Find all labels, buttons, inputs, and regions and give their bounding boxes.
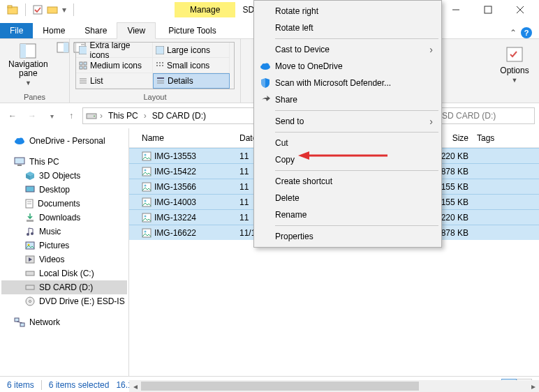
layout-gallery[interactable]: Extra large icons Large icons Medium ico…: [75, 42, 235, 89]
chevron-right-icon[interactable]: ›: [144, 111, 147, 121]
up-button[interactable]: ↑: [63, 107, 80, 124]
preview-pane-icon[interactable]: [57, 42, 69, 88]
tree-local-disk-c[interactable]: Local Disk (C:): [1, 266, 127, 280]
file-name: IMG-16622: [154, 228, 196, 238]
svg-rect-40: [15, 158, 24, 164]
tree-3d-objects[interactable]: 3D Objects: [1, 169, 127, 183]
svg-rect-18: [80, 62, 82, 65]
file-name: IMG-13553: [154, 151, 196, 161]
svg-rect-41: [17, 165, 22, 166]
tree-onedrive[interactable]: OneDrive - Personal: [1, 134, 127, 148]
folder-small-icon[interactable]: [47, 5, 58, 15]
chevron-right-icon: ›: [429, 116, 433, 127]
layout-list[interactable]: List: [76, 73, 153, 89]
chevron-right-icon[interactable]: ›: [100, 111, 103, 121]
ctx-move-to-onedrive[interactable]: Move to OneDrive: [256, 58, 440, 75]
layout-medium-icons[interactable]: Medium icons: [76, 58, 153, 73]
layout-small-icons[interactable]: Small icons: [153, 58, 230, 73]
ctx-delete[interactable]: Delete: [256, 190, 440, 206]
tab-view[interactable]: View: [117, 22, 156, 39]
svg-point-72: [145, 215, 147, 217]
tree-videos[interactable]: Videos: [1, 252, 127, 266]
tab-picture-tools[interactable]: Picture Tools: [158, 23, 226, 38]
ctx-copy[interactable]: Copy: [256, 151, 440, 168]
ctx-cut[interactable]: Cut: [256, 135, 440, 151]
svg-rect-27: [162, 65, 163, 66]
nav-tree[interactable]: OneDrive - Personal This PC 3D Objects D…: [0, 128, 129, 376]
options-icon: [505, 46, 524, 64]
layout-extra-large-icons[interactable]: Extra large icons: [76, 43, 153, 58]
ctx-send-to[interactable]: Send to›: [256, 113, 440, 130]
col-tags[interactable]: Tags: [473, 133, 515, 143]
document-icon: [25, 199, 34, 209]
maximize-button[interactable]: [472, 0, 504, 20]
image-file-icon: [142, 151, 152, 161]
svg-rect-17: [156, 46, 164, 54]
ctx-share[interactable]: Share: [256, 91, 440, 108]
tree-documents[interactable]: Documents: [1, 197, 127, 211]
help-area: ⌃ ?: [510, 27, 532, 38]
drive-icon: [86, 112, 97, 120]
tree-this-pc[interactable]: This PC: [1, 155, 127, 169]
tree-pictures[interactable]: Pictures: [1, 239, 127, 252]
manage-contextual-tab[interactable]: Manage: [175, 2, 235, 17]
ctx-rename[interactable]: Rename: [256, 206, 440, 223]
ctx-cast-to-device[interactable]: Cast to Device›: [256, 41, 440, 58]
ctx-create-shortcut[interactable]: Create shortcut: [256, 173, 440, 190]
ctx-properties[interactable]: Properties: [256, 228, 440, 245]
scroll-thumb[interactable]: [141, 382, 419, 391]
recent-dropdown[interactable]: ▾: [43, 107, 60, 124]
tab-file[interactable]: File: [0, 23, 33, 38]
tree-sd-card[interactable]: SD CARD (D:): [1, 280, 127, 294]
svg-rect-23: [159, 62, 161, 63]
image-file-icon: [142, 167, 152, 176]
checkbox-icon[interactable]: [33, 5, 43, 15]
svg-line-62: [17, 322, 22, 323]
separator: [275, 170, 438, 171]
svg-point-68: [145, 184, 147, 186]
search-box[interactable]: SD CARD (D:): [437, 107, 535, 124]
monitor-icon: [14, 157, 25, 167]
ctx-scan-defender[interactable]: Scan with Microsoft Defender...: [256, 75, 440, 91]
horizontal-scrollbar[interactable]: ◂ ▸: [129, 380, 539, 392]
ribbon-toggle-icon[interactable]: ⌃: [510, 28, 517, 38]
scroll-track[interactable]: [141, 380, 527, 392]
layout-details[interactable]: Details: [153, 73, 230, 89]
options-button[interactable]: Options ▼: [496, 42, 533, 84]
scroll-left-icon[interactable]: ◂: [129, 380, 141, 392]
tab-share[interactable]: Share: [75, 23, 117, 38]
chevron-down-icon: ▼: [25, 80, 31, 86]
forward-button[interactable]: →: [24, 107, 40, 124]
tree-desktop[interactable]: Desktop: [1, 183, 127, 197]
navigation-pane-button[interactable]: Navigation pane ▼: [6, 42, 51, 88]
separator: [275, 38, 438, 39]
tab-home[interactable]: Home: [33, 23, 75, 38]
status-selected-count: 6 items selected: [49, 380, 110, 390]
close-button[interactable]: [504, 0, 536, 20]
tree-dvd-drive[interactable]: DVD Drive (E:) ESD-IS: [1, 294, 127, 308]
tree-network[interactable]: Network: [1, 315, 127, 329]
folder-icon: [7, 4, 18, 15]
ctx-rotate-right[interactable]: Rotate right: [256, 3, 440, 20]
minimize-button[interactable]: [440, 0, 472, 20]
crumb-this-pc[interactable]: This PC: [105, 110, 141, 122]
tree-music[interactable]: Music: [1, 225, 127, 239]
svg-rect-45: [26, 186, 34, 192]
tree-downloads[interactable]: Downloads: [1, 211, 127, 225]
col-name[interactable]: Name: [138, 133, 235, 143]
network-icon: [14, 317, 25, 327]
svg-rect-11: [64, 43, 68, 52]
svg-rect-69: [142, 198, 151, 206]
layout-large-icons[interactable]: Large icons: [153, 43, 230, 58]
svg-rect-65: [142, 167, 151, 176]
scroll-right-icon[interactable]: ▸: [527, 380, 539, 392]
svg-point-74: [145, 230, 147, 232]
svg-rect-73: [142, 229, 151, 237]
svg-rect-25: [156, 65, 158, 66]
crumb-sd-card[interactable]: SD CARD (D:): [149, 110, 209, 122]
ctx-rotate-left[interactable]: Rotate left: [256, 20, 440, 36]
qat-dropdown-icon[interactable]: ▾: [62, 5, 66, 15]
videos-icon: [25, 255, 35, 264]
back-button[interactable]: ←: [4, 107, 21, 124]
help-icon[interactable]: ?: [521, 27, 532, 38]
